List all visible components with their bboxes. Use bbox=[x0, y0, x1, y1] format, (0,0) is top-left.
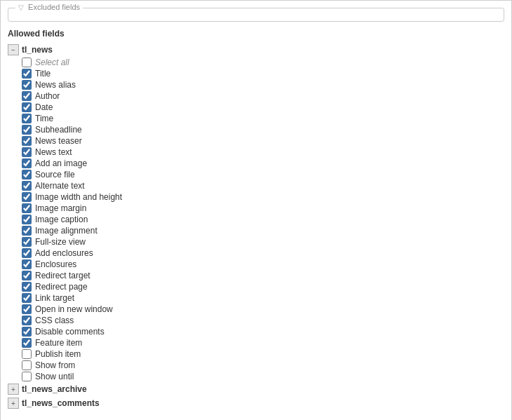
checkbox-row-title: Title bbox=[22, 68, 504, 79]
group-label-tl-news: tl_news bbox=[22, 45, 53, 55]
group-toggle-tl-news-archive[interactable]: + bbox=[8, 384, 19, 395]
label-date: Date bbox=[35, 102, 53, 112]
main-container: ▽ Excluded fields Allowed fields − tl_ne… bbox=[0, 0, 512, 420]
label-redirect-page: Redirect page bbox=[35, 282, 88, 292]
label-news-text: News text bbox=[35, 147, 72, 157]
checkbox-row-disable-comments: Disable comments bbox=[22, 326, 504, 337]
checkbox-show-until[interactable] bbox=[22, 372, 32, 381]
group-row-tl-news-comments[interactable]: + tl_news_comments bbox=[8, 396, 504, 410]
checkbox-image-alignment[interactable] bbox=[22, 226, 32, 236]
label-enclosures: Enclosures bbox=[35, 259, 76, 269]
checkbox-image-margin[interactable] bbox=[22, 203, 32, 213]
group-label-tl-news-comments: tl_news_comments bbox=[22, 398, 100, 408]
checkbox-row-time: Time bbox=[22, 113, 504, 124]
checkbox-row-image-alignment: Image alignment bbox=[22, 225, 504, 236]
triangle-icon: ▽ bbox=[18, 4, 24, 11]
group-toggle-tl-news[interactable]: − bbox=[8, 44, 19, 55]
label-publish-item: Publish item bbox=[35, 349, 81, 359]
checkbox-css-class[interactable] bbox=[22, 316, 32, 325]
checkbox-row-redirect-target: Redirect target bbox=[22, 270, 504, 281]
tree-group-tl-news-archive: + tl_news_archive bbox=[8, 382, 504, 396]
checkbox-image-width-height[interactable] bbox=[22, 192, 32, 202]
checkbox-row-image-caption: Image caption bbox=[22, 214, 504, 225]
label-redirect-target: Redirect target bbox=[35, 271, 90, 280]
checkbox-row-subheadline: Subheadline bbox=[22, 124, 504, 135]
label-news-alias: News alias bbox=[35, 80, 76, 90]
checkbox-row-news-text: News text bbox=[22, 147, 504, 158]
excluded-fields-section: ▽ Excluded fields bbox=[8, 8, 504, 22]
checkbox-news-alias[interactable] bbox=[22, 80, 32, 90]
label-show-from: Show from bbox=[35, 360, 75, 370]
checkbox-publish-item[interactable] bbox=[22, 349, 32, 359]
section-title: Allowed fields bbox=[8, 29, 504, 39]
label-feature-item: Feature item bbox=[35, 338, 82, 348]
label-image-width-height: Image width and height bbox=[35, 192, 122, 202]
checkbox-row-source-file: Source file bbox=[22, 169, 504, 180]
checkbox-subheadline[interactable] bbox=[22, 125, 32, 135]
excluded-fields-label: Excluded fields bbox=[28, 3, 80, 11]
label-time: Time bbox=[35, 114, 53, 123]
checkbox-select-all[interactable] bbox=[22, 57, 32, 67]
checkbox-row-select-all: Select all bbox=[22, 57, 504, 68]
label-alternate-text: Alternate text bbox=[35, 181, 85, 191]
checkbox-author[interactable] bbox=[22, 91, 32, 101]
checkbox-row-open-new-window: Open in new window bbox=[22, 304, 504, 315]
label-css-class: CSS class bbox=[35, 316, 74, 325]
checkbox-row-enclosures: Enclosures bbox=[22, 259, 504, 270]
checkbox-source-file[interactable] bbox=[22, 170, 32, 179]
tree-group-tl-news-comments: + tl_news_comments bbox=[8, 396, 504, 410]
checkbox-add-enclosures[interactable] bbox=[22, 248, 32, 258]
checkbox-alternate-text[interactable] bbox=[22, 181, 32, 191]
group-row-tl-news-archive[interactable]: + tl_news_archive bbox=[8, 382, 504, 396]
checkbox-row-full-size-view: Full-size view bbox=[22, 236, 504, 248]
label-add-image: Add an image bbox=[35, 158, 87, 168]
checkbox-date[interactable] bbox=[22, 102, 32, 112]
label-subheadline: Subheadline bbox=[35, 125, 82, 135]
checkbox-row-add-enclosures: Add enclosures bbox=[22, 248, 504, 259]
checkbox-news-teaser[interactable] bbox=[22, 136, 32, 146]
checkbox-row-link-target: Link target bbox=[22, 292, 504, 304]
label-link-target: Link target bbox=[35, 293, 74, 303]
label-news-teaser: News teaser bbox=[35, 136, 82, 146]
label-source-file: Source file bbox=[35, 170, 75, 179]
checkbox-feature-item[interactable] bbox=[22, 338, 32, 348]
checkbox-row-image-margin: Image margin bbox=[22, 203, 504, 214]
checkbox-disable-comments[interactable] bbox=[22, 327, 32, 337]
checkbox-enclosures[interactable] bbox=[22, 259, 32, 269]
checkbox-news-text[interactable] bbox=[22, 147, 32, 157]
allowed-fields-section: Allowed fields − tl_news Select all Titl… bbox=[8, 29, 504, 417]
checkbox-row-add-image: Add an image bbox=[22, 158, 504, 169]
label-disable-comments: Disable comments bbox=[35, 327, 105, 337]
checkbox-time[interactable] bbox=[22, 114, 32, 123]
checkbox-row-date: Date bbox=[22, 102, 504, 113]
label-image-margin: Image margin bbox=[35, 203, 86, 213]
group-row-tl-news[interactable]: − tl_news bbox=[8, 43, 504, 57]
label-title: Title bbox=[35, 69, 50, 79]
checkbox-image-caption[interactable] bbox=[22, 215, 32, 224]
label-image-alignment: Image alignment bbox=[35, 226, 97, 236]
checkbox-row-css-class: CSS class bbox=[22, 315, 504, 326]
checkbox-row-alternate-text: Alternate text bbox=[22, 180, 504, 191]
checkbox-row-author: Author bbox=[22, 90, 504, 102]
checkbox-title[interactable] bbox=[22, 69, 32, 79]
checkbox-row-news-teaser: News teaser bbox=[22, 135, 504, 147]
checkbox-redirect-page[interactable] bbox=[22, 282, 32, 292]
checkbox-link-target[interactable] bbox=[22, 293, 32, 303]
label-add-enclosures: Add enclosures bbox=[35, 248, 93, 258]
group-toggle-tl-news-comments[interactable]: + bbox=[8, 398, 19, 409]
checkbox-row-news-alias: News alias bbox=[22, 79, 504, 90]
checkbox-add-image[interactable] bbox=[22, 158, 32, 168]
checkbox-redirect-target[interactable] bbox=[22, 271, 32, 280]
items-list-tl-news: Select all Title News alias Author bbox=[22, 57, 504, 382]
checkbox-row-redirect-page: Redirect page bbox=[22, 281, 504, 292]
checkbox-show-from[interactable] bbox=[22, 360, 32, 370]
checkbox-row-publish-item: Publish item bbox=[22, 348, 504, 360]
label-full-size-view: Full-size view bbox=[35, 237, 86, 247]
checkbox-open-new-window[interactable] bbox=[22, 304, 32, 314]
tree-group-tl-news: − tl_news Select all Title News alias bbox=[8, 43, 504, 382]
label-image-caption: Image caption bbox=[35, 215, 88, 224]
excluded-fields-legend: ▽ Excluded fields bbox=[15, 3, 83, 11]
checkbox-full-size-view[interactable] bbox=[22, 237, 32, 247]
label-select-all: Select all bbox=[35, 57, 69, 67]
label-author: Author bbox=[35, 91, 60, 101]
